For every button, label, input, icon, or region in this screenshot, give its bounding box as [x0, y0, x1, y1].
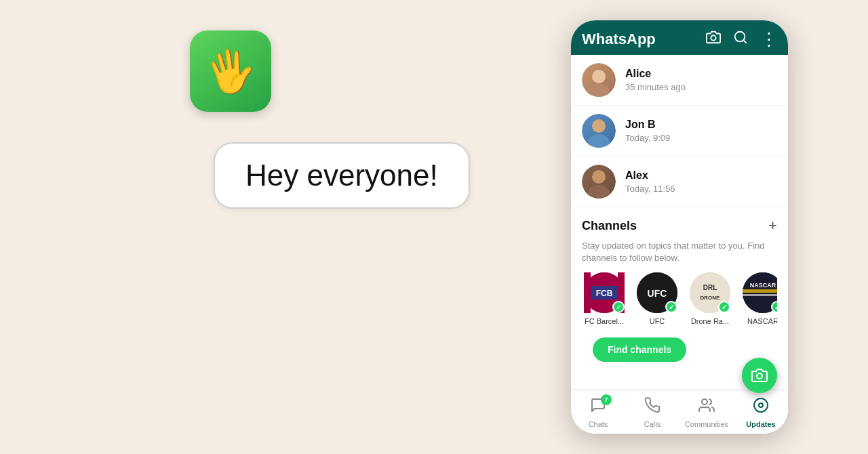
chat-info-alex: Alex Today, 11:56 [625, 169, 777, 194]
svg-text:DRONE: DRONE [701, 295, 721, 301]
channels-title: Channels [582, 219, 637, 233]
chat-item-jon[interactable]: Jon B Today, 9:09 [571, 106, 788, 157]
communities-icon [698, 397, 715, 417]
svg-point-27 [754, 398, 768, 412]
channel-avatar-nascar: NASCAR ✓ [743, 272, 777, 313]
chats-icon: 7 [590, 397, 606, 417]
channel-name-ufc: UFC [635, 317, 679, 325]
svg-text:FCB: FCB [596, 289, 613, 298]
channel-item-nascar[interactable]: NASCAR ✓ NASCAR [741, 272, 777, 325]
channel-item-ufc[interactable]: UFC ✓ UFC [635, 272, 679, 325]
chat-item-alex[interactable]: Alex Today, 11:56 [571, 157, 788, 207]
find-channels-button[interactable]: Find channels [593, 337, 686, 362]
chat-time-alex: Today, 11:56 [625, 184, 777, 194]
svg-point-3 [592, 70, 606, 83]
bottom-navigation: 7 Chats Calls Communitie [571, 390, 788, 434]
nav-label-calls: Calls [644, 420, 660, 428]
chat-item-alice[interactable]: Alice 35 minutes ago [571, 55, 788, 106]
svg-point-8 [588, 185, 610, 199]
svg-text:UFC: UFC [648, 288, 667, 299]
svg-point-5 [592, 119, 606, 133]
channel-item-barcelona[interactable]: FCB ✓ FC Barcel... [582, 272, 627, 325]
chat-info-jon: Jon B Today, 9:09 [625, 119, 777, 143]
whatsapp-app-icon[interactable]: 🖐️ [190, 30, 271, 112]
channels-section: Channels + Stay updated on topics that m… [571, 207, 788, 378]
chat-name-jon: Jon B [625, 119, 777, 131]
nav-item-calls[interactable]: Calls [625, 396, 679, 430]
svg-text:NASCAR: NASCAR [750, 282, 776, 289]
avatar-alice [582, 63, 616, 97]
calls-icon [644, 397, 660, 417]
chat-name-alex: Alex [625, 169, 777, 182]
chat-time-alice: 35 minutes ago [625, 82, 777, 92]
avatar-jon [582, 114, 616, 148]
nav-label-communities: Communities [685, 420, 728, 428]
channel-name-nascar: NASCAR [741, 317, 777, 325]
channels-subtitle: Stay updated on topics that matter to yo… [582, 240, 777, 264]
channel-avatar-ufc: UFC ✓ [637, 272, 677, 313]
nav-item-chats[interactable]: 7 Chats [571, 396, 625, 430]
camera-icon[interactable] [706, 30, 721, 48]
whatsapp-header: WhatsApp ⋮ [571, 20, 788, 55]
svg-point-6 [588, 134, 610, 148]
chat-time-jon: Today, 9:09 [625, 133, 777, 143]
channel-name-drone: Drone Ra... [688, 317, 732, 325]
svg-point-0 [711, 35, 715, 40]
svg-text:DRL: DRL [703, 284, 717, 291]
updates-icon [753, 397, 769, 417]
camera-fab-button[interactable] [742, 358, 777, 393]
channel-avatar-drone: DRL DRONE ✓ [690, 272, 730, 313]
app-title: WhatsApp [582, 30, 656, 48]
phone-mockup: WhatsApp ⋮ [571, 20, 788, 434]
nav-label-chats: Chats [589, 420, 608, 428]
channels-list: FCB ✓ FC Barcel... UFC ✓ UF [582, 272, 777, 328]
svg-point-26 [702, 399, 707, 405]
svg-rect-22 [743, 294, 777, 296]
svg-point-25 [757, 373, 762, 379]
channels-header: Channels + [582, 217, 777, 234]
svg-line-2 [743, 40, 746, 43]
header-icons: ⋮ [706, 30, 777, 48]
chat-list: Alice 35 minutes ago Jon B Today, 9:09 [571, 55, 788, 390]
hand-wave-icon: 🖐️ [201, 43, 260, 100]
nav-item-updates[interactable]: Updates [734, 396, 788, 430]
svg-point-4 [588, 83, 610, 97]
speech-bubble-text: Hey everyone! [245, 159, 438, 192]
channel-name-barcelona: FC Barcel... [582, 317, 627, 325]
svg-point-28 [759, 403, 763, 407]
svg-rect-12 [584, 272, 591, 313]
more-options-icon[interactable]: ⋮ [760, 30, 777, 48]
channels-add-button[interactable]: + [768, 217, 777, 234]
chat-info-alice: Alice 35 minutes ago [625, 68, 777, 92]
channel-item-drone[interactable]: DRL DRONE ✓ Drone Ra... [688, 272, 732, 325]
chats-badge: 7 [601, 394, 612, 405]
channel-avatar-barcelona: FCB ✓ [584, 272, 625, 313]
svg-point-7 [592, 170, 606, 184]
speech-bubble: Hey everyone! [214, 142, 470, 209]
nav-item-communities[interactable]: Communities [679, 396, 734, 430]
avatar-alex [582, 165, 616, 199]
svg-rect-21 [743, 289, 777, 293]
chat-name-alice: Alice [625, 68, 777, 80]
search-icon[interactable] [733, 30, 748, 48]
nav-label-updates: Updates [746, 420, 775, 428]
